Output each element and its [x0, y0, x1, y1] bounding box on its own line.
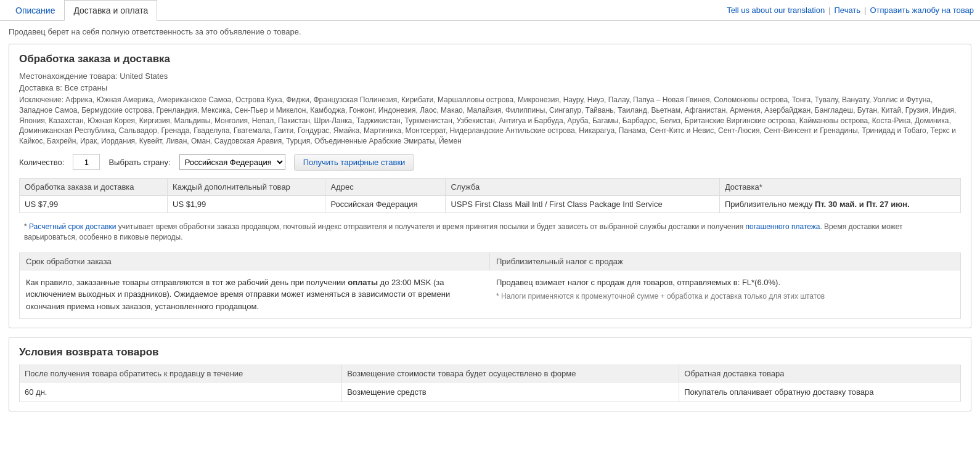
- print-link[interactable]: Печать: [835, 6, 861, 15]
- tabs-left: Описание Доставка и оплата: [6, 0, 157, 20]
- destination-line: Доставка в: Все страны: [19, 83, 961, 92]
- td-additional: US $1,99: [168, 195, 325, 212]
- exclusion-text: Исключение: Африка, Южная Америка, Амери…: [19, 95, 961, 147]
- td-service: USPS First Class Mail Intl / First Class…: [446, 195, 719, 212]
- note-mid: учитывает время обработки заказа продавц…: [116, 222, 745, 231]
- processing-body: Как правило, заказанные товары отправляю…: [20, 270, 490, 319]
- returns-table: После получения товара обратитесь к прод…: [19, 365, 961, 402]
- rth-col3: Обратная доставка товара: [679, 365, 961, 382]
- th-col3: Адрес: [325, 178, 446, 195]
- qty-input[interactable]: [73, 154, 100, 170]
- shipping-card: Обработка заказа и доставка Местонахожде…: [9, 44, 971, 328]
- td-address: Российская Федерация: [325, 195, 446, 212]
- translation-link[interactable]: Tell us about our translation: [727, 6, 825, 15]
- returns-table-row: 60 дн. Возмещение средств Покупатель опл…: [20, 382, 961, 402]
- th-col2: Каждый дополнительный товар: [168, 178, 325, 195]
- location-line: Местонахождение товара: United States: [19, 71, 961, 81]
- lower-grid: Срок обработки заказа Приблизительный на…: [19, 253, 961, 320]
- tax-text2: * Налоги применяются к промежуточной сум…: [496, 291, 954, 302]
- separator1: |: [828, 6, 830, 15]
- rth-col1: После получения товара обратитесь к прод…: [20, 365, 342, 382]
- tax-body: Продавец взимает налог с продаж для това…: [490, 270, 960, 319]
- complaint-link[interactable]: Отправить жалобу на товар: [870, 6, 974, 15]
- country-label: Выбрать страну:: [108, 158, 170, 167]
- tab-description[interactable]: Описание: [6, 0, 64, 21]
- estimated-delivery-link[interactable]: Расчетный срок доставки: [29, 222, 116, 231]
- header-links: Tell us about our translation | Печать |…: [727, 6, 974, 15]
- qty-label: Количество:: [19, 158, 64, 167]
- delivery-prefix: Приблизительно между: [725, 200, 815, 209]
- th-col4: Служба: [446, 178, 719, 195]
- payment-bold: оплаты: [348, 278, 378, 287]
- processing-header: Срок обработки заказа: [20, 253, 490, 270]
- rth-col2: Возмещение стоимости товара будет осущес…: [342, 365, 679, 382]
- td-cost: US $7,99: [20, 195, 168, 212]
- get-rates-button[interactable]: Получить тарифные ставки: [294, 154, 415, 171]
- returns-title: Условия возврата товаров: [19, 346, 961, 358]
- rtd-form: Возмещение средств: [342, 382, 679, 402]
- returns-card: Условия возврата товаров После получения…: [9, 337, 971, 411]
- tax-header: Приблизительный налог с продаж: [490, 253, 960, 270]
- controls-row: Количество: Выбрать страну: Российская Ф…: [19, 154, 961, 171]
- separator2: |: [864, 6, 866, 15]
- location-label: Местонахождение товара:: [19, 71, 118, 81]
- seller-notice: Продавец берет на себя полную ответствен…: [9, 27, 971, 36]
- rtd-days: 60 дн.: [20, 382, 342, 402]
- main-content: Продавец берет на себя полную ответствен…: [0, 21, 980, 426]
- paid-link[interactable]: погашенного платежа: [746, 222, 820, 231]
- shipping-title: Обработка заказа и доставка: [19, 53, 961, 65]
- destination-value: Все страны: [65, 83, 107, 92]
- note-asterisk: *: [24, 222, 29, 231]
- table-row: US $7,99 US $1,99 Российская Федерация U…: [20, 195, 961, 212]
- th-col5: Доставка*: [719, 178, 960, 195]
- shipping-note: * Расчетный срок доставки учитывает врем…: [19, 218, 961, 246]
- shipping-table: Обработка заказа и доставка Каждый допол…: [19, 178, 961, 213]
- tax-text1: Продавец взимает налог с продаж для това…: [496, 277, 954, 289]
- country-select[interactable]: Российская Федерация: [179, 154, 285, 170]
- th-col1: Обработка заказа и доставка: [20, 178, 168, 195]
- td-delivery: Приблизительно между Пт. 30 май. и Пт. 2…: [719, 195, 960, 212]
- location-value: United States: [120, 71, 168, 81]
- tab-shipping[interactable]: Доставка и оплата: [64, 0, 157, 21]
- tabs-bar: Описание Доставка и оплата Tell us about…: [0, 0, 980, 21]
- rtd-shipping: Покупатель оплачивает обратную доставку …: [679, 382, 961, 402]
- destination-label: Доставка в:: [19, 83, 62, 92]
- delivery-dates: Пт. 30 май. и Пт. 27 июн.: [815, 200, 910, 209]
